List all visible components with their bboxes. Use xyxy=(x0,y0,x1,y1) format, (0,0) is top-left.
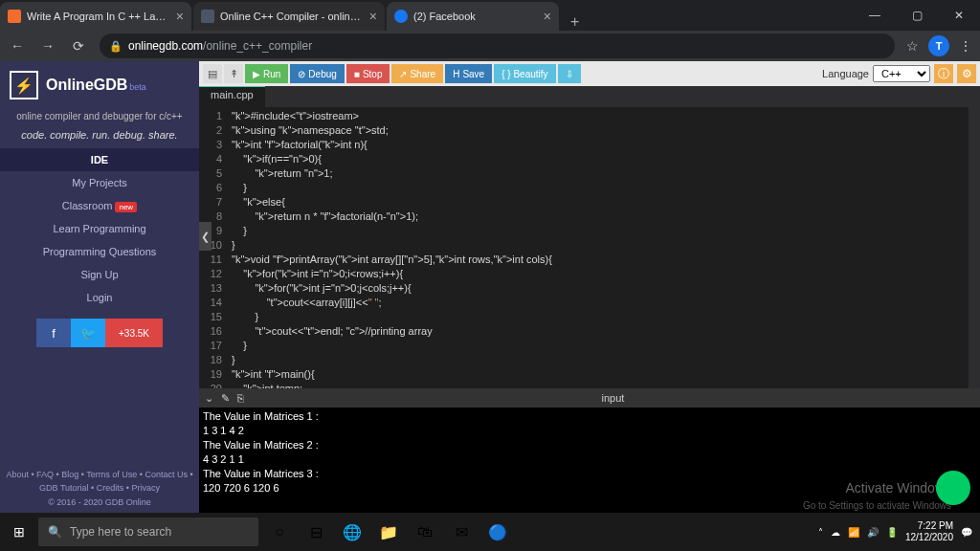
menu-icon[interactable]: ⋮ xyxy=(959,38,972,54)
taskbar-clock[interactable]: 7:22 PM12/12/2020 xyxy=(905,520,953,543)
brand-name: OnlineGDB xyxy=(46,77,127,93)
code-editor[interactable]: ❮ 12345678910111213141516171819202122232… xyxy=(199,107,980,388)
copyright: © 2016 - 2020 GDB Online xyxy=(4,496,195,509)
tab-title: Online C++ Compiler - online ed xyxy=(220,11,364,22)
language-select[interactable]: C++ xyxy=(873,65,930,82)
profile-avatar[interactable]: T xyxy=(928,35,949,56)
search-icon: 🔍 xyxy=(48,525,62,539)
close-icon[interactable]: × xyxy=(176,9,184,24)
code-content[interactable]: "k">#include<"t">iostream> "k">using "k"… xyxy=(228,107,969,388)
tab-favicon xyxy=(201,10,214,23)
twitter-share-button[interactable]: 🐦 xyxy=(71,319,105,347)
browser-tab[interactable]: (2) Facebook× xyxy=(387,2,559,31)
sidebar-item-learn[interactable]: Learn Programming xyxy=(0,217,199,240)
sidebar-item-projects[interactable]: My Projects xyxy=(0,171,199,194)
facebook-share-button[interactable]: f xyxy=(36,319,71,347)
sidebar-item-ide[interactable]: IDE xyxy=(0,148,199,171)
browser-tab[interactable]: Write A Program In C ++ Langu× xyxy=(0,2,191,31)
reload-button[interactable]: ⟳ xyxy=(69,38,88,54)
download-button[interactable]: ⇩ xyxy=(558,64,581,83)
tray-onedrive-icon[interactable]: ☁ xyxy=(831,527,840,538)
beautify-button[interactable]: { } Beautify xyxy=(494,64,555,83)
language-label: Language xyxy=(822,68,869,79)
collapse-sidebar-button[interactable]: ❮ xyxy=(199,222,212,251)
close-icon[interactable]: × xyxy=(544,9,551,24)
address-bar[interactable]: 🔒 onlinegdb.com/online_c++_compiler xyxy=(100,33,895,58)
back-button[interactable]: ← xyxy=(8,38,27,54)
tray-notifications-icon[interactable]: 💬 xyxy=(961,527,972,538)
console-edit-icon[interactable]: ✎ xyxy=(221,392,230,405)
new-file-icon[interactable]: ▤ xyxy=(203,64,222,83)
share-button[interactable]: ↗ Share xyxy=(391,64,443,83)
minimize-button[interactable]: — xyxy=(854,0,896,31)
task-view-icon[interactable]: ⊟ xyxy=(299,513,333,551)
beta-badge: beta xyxy=(129,82,146,92)
lock-icon: 🔒 xyxy=(109,40,122,53)
stop-button[interactable]: ■ Stop xyxy=(346,64,390,83)
task-edge-icon[interactable]: 🌐 xyxy=(335,513,369,551)
start-button[interactable]: ⊞ xyxy=(0,513,38,551)
close-button[interactable]: ✕ xyxy=(938,0,980,31)
brand-logo[interactable]: ⚡ OnlineGDBbeta xyxy=(0,61,199,109)
console-output[interactable]: The Value in Matrices 1 :1 3 1 4 2The Va… xyxy=(199,408,980,513)
close-icon[interactable]: × xyxy=(369,9,377,24)
chat-button[interactable] xyxy=(936,471,970,505)
url-path: /online_c++_compiler xyxy=(203,39,312,53)
new-badge: new xyxy=(115,202,137,212)
console-copy-icon[interactable]: ⎘ xyxy=(237,392,244,404)
save-button[interactable]: H Save xyxy=(445,64,492,83)
console-input-label: input xyxy=(602,392,625,404)
footer-links[interactable]: About • FAQ • Blog • Terms of Use • Cont… xyxy=(4,468,195,496)
sidebar-item-classroom[interactable]: Classroomnew xyxy=(0,194,199,217)
taskbar-search[interactable]: 🔍Type here to search xyxy=(38,518,258,546)
tab-favicon xyxy=(394,10,408,23)
upload-icon[interactable]: ↟ xyxy=(224,64,243,83)
task-store-icon[interactable]: 🛍 xyxy=(408,513,442,551)
forward-button[interactable]: → xyxy=(38,38,57,54)
task-explorer-icon[interactable]: 📁 xyxy=(371,513,406,551)
tab-favicon xyxy=(8,10,21,23)
windows-watermark-sub: Go to Settings to activate Windows xyxy=(803,500,951,511)
tab-title: (2) Facebook xyxy=(413,11,538,22)
bolt-icon: ⚡ xyxy=(10,71,38,99)
tray-network-icon[interactable]: 📶 xyxy=(848,527,859,538)
url-host: onlinegdb.com xyxy=(128,39,203,53)
sidebar-item-signup[interactable]: Sign Up xyxy=(0,263,199,286)
task-chrome-icon[interactable]: 🔵 xyxy=(480,513,515,551)
browser-tab[interactable]: Online C++ Compiler - online ed× xyxy=(193,2,385,31)
console-down-icon[interactable]: ⌄ xyxy=(205,392,213,405)
file-tab[interactable]: main.cpp xyxy=(199,86,265,107)
tray-up-icon[interactable]: ˄ xyxy=(818,527,823,538)
tab-title: Write A Program In C ++ Langu xyxy=(27,11,170,22)
task-mail-icon[interactable]: ✉ xyxy=(444,513,479,551)
info-button[interactable]: ⓘ xyxy=(934,64,953,83)
brand-motto: code. compile. run. debug. share. xyxy=(0,127,199,148)
run-button[interactable]: ▶ Run xyxy=(245,64,288,83)
addthis-share-button[interactable]: + 33.5K xyxy=(105,319,163,347)
sidebar-item-login[interactable]: Login xyxy=(0,286,199,309)
task-cortana-icon[interactable]: ○ xyxy=(262,513,297,551)
brand-subtitle: online compiler and debugger for c/c++ xyxy=(0,109,199,127)
new-tab-button[interactable]: + xyxy=(561,13,589,31)
tray-volume-icon[interactable]: 🔊 xyxy=(867,527,879,538)
scrollbar[interactable] xyxy=(969,107,980,388)
tray-battery-icon[interactable]: 🔋 xyxy=(886,527,898,538)
settings-button[interactable]: ⚙ xyxy=(957,64,976,83)
sidebar-item-questions[interactable]: Programming Questions xyxy=(0,240,199,263)
debug-button[interactable]: ⊘ Debug xyxy=(290,64,344,83)
maximize-button[interactable]: ▢ xyxy=(896,0,938,31)
bookmark-icon[interactable]: ☆ xyxy=(906,38,919,54)
